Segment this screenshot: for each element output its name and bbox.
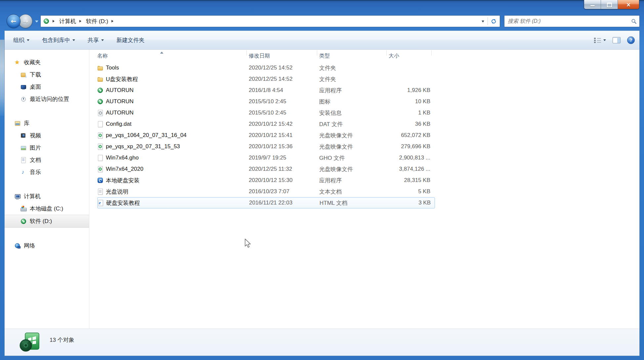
table-row[interactable]: Config.dat 2020/10/12 15:42 DAT 文件 36 KB: [97, 118, 435, 130]
sidebar-item-recent-places[interactable]: 最近访问的位置: [5, 93, 89, 105]
maximize-button[interactable]: [601, 0, 618, 9]
star-icon: [15, 60, 21, 66]
sidebar-label: 软件 (D:): [30, 217, 52, 225]
documents-icon: [21, 157, 26, 163]
breadcrumb-arrow-icon[interactable]: [79, 20, 83, 22]
sidebar-item-libraries[interactable]: 库: [5, 117, 89, 129]
search-box[interactable]: [504, 15, 640, 27]
sidebar-item-desktop[interactable]: 桌面: [5, 81, 89, 93]
include-in-library-label: 包含到库中: [42, 36, 70, 44]
column-header-type[interactable]: 类型: [319, 50, 389, 62]
file-name: pe_yqs_xp_20_07_31_15_53: [106, 143, 180, 150]
table-row-selected[interactable]: 硬盘安装教程 2016/11/21 22:03 HTML 文档 3 KB: [97, 197, 435, 208]
file-size: 1 KB: [389, 110, 434, 116]
text-file-icon: [97, 189, 103, 195]
table-row[interactable]: Win7x64.gho 2019/9/7 19:25 GHO 文件 2,900,…: [97, 152, 435, 163]
window-controls: ×: [584, 0, 639, 9]
change-view-button[interactable]: [594, 37, 606, 43]
file-size: 3,874,126 ...: [389, 166, 434, 172]
file-size: 10 KB: [389, 98, 434, 105]
column-header-name[interactable]: 名称: [97, 50, 249, 62]
file-date: 2020/12/25 14:52: [249, 65, 319, 71]
table-row[interactable]: Win7x64_2020 2020/12/25 11:32 光盘映像文件 3,8…: [97, 163, 435, 175]
close-button[interactable]: ×: [618, 0, 639, 9]
breadcrumb-arrow-icon[interactable]: [111, 20, 115, 22]
file-size: 3 KB: [389, 200, 434, 206]
search-input[interactable]: [507, 18, 631, 24]
dvd-drive-icon: [43, 18, 49, 24]
file-name: Win7x64_2020: [106, 166, 143, 172]
sidebar-label: 库: [24, 119, 29, 127]
table-row[interactable]: pe_yqs_1064_20_07_31_16_04 2020/10/12 15…: [97, 130, 435, 141]
file-type: 图标: [319, 98, 389, 106]
sidebar-item-local-disk-c[interactable]: 本地磁盘 (C:): [5, 202, 89, 215]
back-button[interactable]: ←: [7, 14, 21, 28]
table-row[interactable]: Tools 2020/12/25 14:52 文件夹: [97, 62, 435, 73]
minimize-button[interactable]: [584, 0, 601, 9]
table-row[interactable]: 光盘说明 2016/10/23 7:07 文本文档 5 KB: [97, 186, 435, 197]
refresh-button[interactable]: [489, 17, 498, 26]
preview-pane-button[interactable]: [613, 37, 621, 43]
folder-icon: [97, 76, 103, 82]
cd-app-icon: [97, 99, 103, 105]
file-type: 光盘映像文件: [319, 143, 389, 151]
drive-installer-icon: [19, 332, 40, 353]
breadcrumb-computer[interactable]: 计算机: [59, 17, 77, 26]
sidebar-item-music[interactable]: 音乐: [5, 166, 89, 178]
file-date: 2020/10/12 15:42: [249, 121, 319, 127]
file-name: 硬盘安装教程: [106, 199, 140, 207]
sidebar-item-drive-d[interactable]: 软件 (D:): [5, 215, 89, 228]
sidebar-item-pictures[interactable]: 图片: [5, 142, 89, 154]
chevron-down-icon: [603, 39, 606, 42]
table-row[interactable]: AUTORUN 2015/5/10 2:45 安装信息 1 KB: [97, 107, 435, 118]
sidebar-item-documents[interactable]: 文档: [5, 154, 89, 166]
table-row[interactable]: AUTORUN 2016/1/8 4:54 应用程序 1,926 KB: [97, 85, 435, 96]
file-name: Win7x64.gho: [106, 155, 139, 161]
help-button[interactable]: ?: [627, 36, 635, 44]
close-icon: ×: [626, 0, 631, 9]
address-bar[interactable]: 计算机 软件 (D:): [40, 15, 500, 27]
command-toolbar: 组织 包含到库中 共享 新建文件夹 ?: [5, 31, 639, 50]
sidebar-item-downloads[interactable]: 下载: [5, 68, 89, 81]
titlebar[interactable]: ×: [0, 0, 644, 12]
minimize-icon: [590, 5, 595, 6]
sidebar-label: 音乐: [30, 168, 41, 176]
content-area: 收藏夹 下载 桌面 最近访问的位置 库: [5, 50, 639, 329]
forward-button[interactable]: →: [19, 14, 32, 28]
recent-pages-chevron-icon[interactable]: [35, 21, 38, 24]
file-name: pe_yqs_1064_20_07_31_16_04: [106, 132, 187, 139]
sidebar-item-network[interactable]: 网络: [5, 240, 89, 252]
address-history-dropdown-icon[interactable]: [482, 21, 484, 24]
file-name: U盘安装教程: [106, 75, 138, 83]
file-type: 应用程序: [319, 177, 389, 184]
breadcrumb-drive-d[interactable]: 软件 (D:): [85, 17, 109, 26]
include-in-library-button[interactable]: 包含到库中: [38, 34, 79, 46]
organize-button[interactable]: 组织: [9, 34, 33, 46]
file-size: 652,072 KB: [389, 132, 434, 139]
file-date: 2015/5/10 2:45: [249, 98, 319, 105]
table-row[interactable]: pe_yqs_xp_20_07_31_15_53 2020/10/12 15:3…: [97, 141, 435, 152]
file-type: 文件夹: [319, 64, 389, 72]
file-icon: [97, 121, 103, 127]
sidebar-spacer: [5, 178, 89, 190]
file-name: Config.dat: [106, 121, 132, 127]
table-row[interactable]: U盘安装教程 2020/12/25 14:52 文件夹: [97, 73, 435, 85]
column-header-size[interactable]: 大小: [389, 50, 434, 62]
table-row[interactable]: 本地硬盘安装 2020/10/12 15:30 应用程序 28,315 KB: [97, 175, 435, 186]
column-header-date[interactable]: 修改日期: [249, 50, 319, 62]
file-date: 2015/5/10 2:45: [249, 110, 319, 116]
new-folder-button[interactable]: 新建文件夹: [112, 34, 149, 46]
share-button[interactable]: 共享: [84, 34, 108, 46]
sidebar-item-computer[interactable]: 计算机: [5, 190, 89, 202]
music-icon: [21, 169, 26, 175]
file-name: 光盘说明: [106, 188, 128, 196]
sidebar-item-videos[interactable]: 视频: [5, 129, 89, 142]
table-row[interactable]: AUTORUN 2015/5/10 2:45 图标 10 KB: [97, 96, 435, 107]
sidebar-item-favorites[interactable]: 收藏夹: [5, 56, 89, 68]
file-date: 2020/12/25 14:52: [249, 76, 319, 82]
chevron-down-icon: [72, 39, 75, 42]
sidebar-label: 视频: [30, 132, 41, 139]
dvd-drive-icon: [21, 218, 26, 224]
disc-image-icon: [97, 132, 103, 138]
breadcrumb-arrow-icon[interactable]: [53, 20, 56, 22]
